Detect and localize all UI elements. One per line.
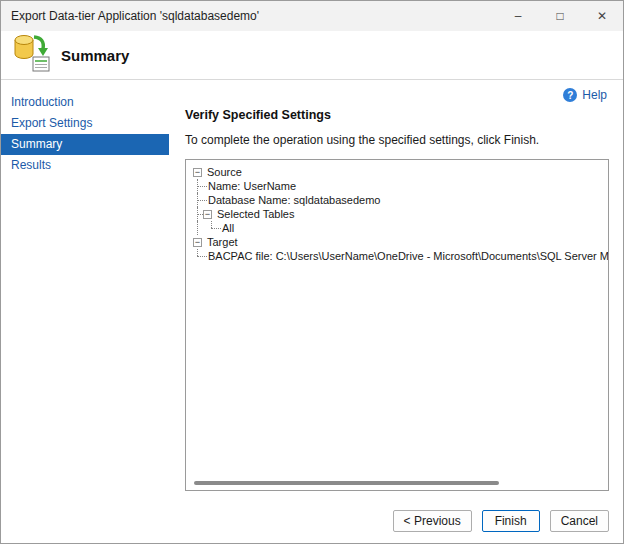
wizard-footer: < Previous Finish Cancel [1, 499, 623, 543]
tree-connector [193, 207, 203, 221]
minimize-button[interactable]: – [497, 1, 539, 31]
help-label: Help [582, 88, 607, 102]
tree-item-label: Source [206, 166, 242, 178]
summary-page-content: ? Help Verify Specified Settings To comp… [169, 80, 623, 499]
tree-connector [193, 179, 207, 193]
sidebar-item-summary[interactable]: Summary [1, 134, 169, 155]
help-icon: ? [563, 88, 577, 102]
collapse-icon[interactable]: − [193, 238, 202, 247]
tree-item-label: Name: UserName [207, 180, 296, 192]
summary-tree: − Source Name: UserName Database Name: s… [185, 159, 609, 491]
tree-item-label: BACPAC file: C:\Users\UserName\OneDrive … [207, 250, 609, 262]
export-dac-wizard-window: Export Data-tier Application 'sqldatabas… [0, 0, 624, 544]
sidebar-item-results[interactable]: Results [1, 155, 169, 176]
section-heading: Verify Specified Settings [185, 108, 609, 122]
tree-item-label: Database Name: sqldatabasedemo [207, 194, 380, 206]
close-button[interactable]: ✕ [581, 1, 623, 31]
instruction-text: To complete the operation using the spec… [185, 133, 609, 147]
tree-connector [207, 221, 221, 235]
window-controls: – □ ✕ [497, 1, 623, 31]
finish-button[interactable]: Finish [482, 510, 540, 532]
maximize-button[interactable]: □ [539, 1, 581, 31]
sidebar-item-export-settings[interactable]: Export Settings [1, 113, 169, 134]
collapse-icon[interactable]: − [203, 210, 212, 219]
tree-connector [193, 249, 207, 263]
wizard-header: Summary [1, 31, 623, 80]
tree-connector [193, 193, 207, 207]
tree-connector [193, 221, 207, 235]
cancel-button[interactable]: Cancel [550, 510, 609, 532]
sidebar-item-introduction[interactable]: Introduction [1, 92, 169, 113]
page-title: Summary [61, 47, 129, 64]
window-title: Export Data-tier Application 'sqldatabas… [11, 9, 259, 23]
titlebar: Export Data-tier Application 'sqldatabas… [1, 1, 623, 31]
wizard-body: Introduction Export Settings Summary Res… [1, 80, 623, 499]
horizontal-scrollbar-thumb[interactable] [194, 481, 499, 485]
tree-item-target: − Target [193, 235, 608, 249]
tree-item-source: − Source [193, 165, 608, 179]
tree-item-all: All [193, 221, 608, 235]
wizard-steps-sidebar: Introduction Export Settings Summary Res… [1, 80, 169, 499]
tree-item-label: Target [206, 236, 238, 248]
export-database-icon [13, 33, 51, 77]
tree-item-bacpac-file: BACPAC file: C:\Users\UserName\OneDrive … [193, 249, 608, 263]
tree-item-label: Selected Tables [216, 208, 294, 220]
tree-item-name: Name: UserName [193, 179, 608, 193]
tree-item-selected-tables: − Selected Tables [193, 207, 608, 221]
previous-button[interactable]: < Previous [393, 510, 472, 532]
help-link[interactable]: ? Help [563, 88, 607, 102]
collapse-icon[interactable]: − [193, 168, 202, 177]
tree-item-database-name: Database Name: sqldatabasedemo [193, 193, 608, 207]
tree-item-label: All [221, 222, 234, 234]
